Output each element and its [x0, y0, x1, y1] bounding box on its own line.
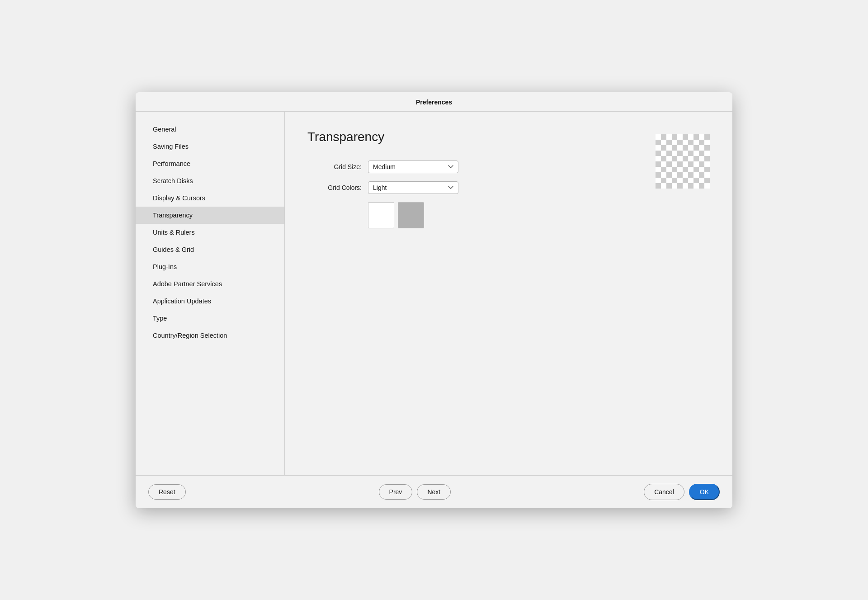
sidebar-item-units-rulers[interactable]: Units & Rulers: [136, 224, 284, 241]
color-swatches: [368, 202, 710, 228]
grid-colors-select[interactable]: Light Medium Dark Custom: [368, 181, 458, 194]
sidebar-item-transparency[interactable]: Transparency: [136, 207, 284, 224]
sidebar-item-adobe-partner[interactable]: Adobe Partner Services: [136, 275, 284, 293]
grid-size-select[interactable]: Small Medium Large: [368, 161, 458, 173]
page-title: Transparency: [307, 130, 710, 144]
swatch-white[interactable]: [368, 202, 394, 228]
sidebar-item-plug-ins[interactable]: Plug-Ins: [136, 258, 284, 275]
swatch-gray[interactable]: [398, 202, 424, 228]
footer-right: Cancel OK: [644, 484, 720, 500]
grid-size-label: Grid Size:: [307, 163, 362, 170]
ok-button[interactable]: OK: [689, 484, 720, 500]
sidebar-item-guides-grid[interactable]: Guides & Grid: [136, 241, 284, 258]
content-area: Transparency Grid Size: Small Medium Lar…: [285, 112, 732, 475]
sidebar-item-display-cursors[interactable]: Display & Cursors: [136, 189, 284, 207]
dialog-footer: Reset Prev Next Cancel OK: [136, 475, 732, 508]
footer-center: Prev Next: [379, 484, 451, 500]
grid-colors-row: Grid Colors: Light Medium Dark Custom: [307, 181, 710, 194]
footer-left: Reset: [148, 484, 186, 500]
next-button[interactable]: Next: [417, 484, 451, 500]
sidebar-item-type[interactable]: Type: [136, 310, 284, 327]
transparency-preview: [656, 134, 710, 189]
reset-button[interactable]: Reset: [148, 484, 186, 500]
sidebar-item-performance[interactable]: Performance: [136, 155, 284, 172]
cancel-button[interactable]: Cancel: [644, 484, 684, 500]
dialog-body: General Saving Files Performance Scratch…: [136, 112, 732, 475]
sidebar: General Saving Files Performance Scratch…: [136, 112, 285, 475]
sidebar-item-app-updates[interactable]: Application Updates: [136, 293, 284, 310]
sidebar-item-scratch-disks[interactable]: Scratch Disks: [136, 172, 284, 189]
sidebar-item-saving-files[interactable]: Saving Files: [136, 138, 284, 155]
preferences-dialog: Preferences General Saving Files Perform…: [136, 92, 732, 508]
dialog-title: Preferences: [416, 99, 452, 106]
grid-size-row: Grid Size: Small Medium Large: [307, 161, 710, 173]
grid-colors-label: Grid Colors:: [307, 184, 362, 191]
sidebar-item-country-region[interactable]: Country/Region Selection: [136, 327, 284, 344]
dialog-titlebar: Preferences: [136, 92, 732, 112]
sidebar-item-general[interactable]: General: [136, 121, 284, 138]
prev-button[interactable]: Prev: [379, 484, 413, 500]
